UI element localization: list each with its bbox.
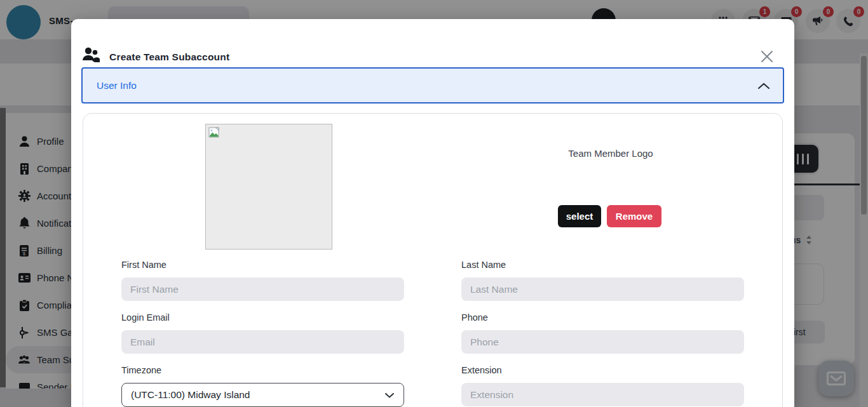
last-name-input[interactable] — [461, 277, 744, 301]
extension-input[interactable] — [461, 383, 744, 406]
close-icon — [759, 49, 775, 64]
remove-logo-button[interactable]: Remove — [607, 205, 661, 227]
create-team-subaccount-modal: Create Team Subaccount User Info — [71, 19, 794, 407]
first-name-label: First Name — [121, 260, 166, 270]
login-email-input[interactable] — [121, 330, 404, 354]
app-screen: SMS- 1 0 — [0, 0, 868, 407]
timezone-label: Timezone — [121, 365, 161, 375]
timezone-value: (UTC-11:00) Midway Island — [131, 389, 250, 401]
login-email-label: Login Email — [121, 312, 170, 323]
first-name-input[interactable] — [121, 277, 404, 301]
logo-image-placeholder — [205, 124, 332, 250]
user-info-form: Team Member Logo select Remove First Nam… — [83, 113, 783, 407]
phone-input[interactable] — [461, 330, 744, 354]
broken-image-icon — [208, 127, 220, 138]
team-icon — [81, 47, 100, 63]
select-logo-button[interactable]: select — [558, 205, 601, 227]
chevron-down-icon — [384, 392, 395, 398]
timezone-select[interactable]: (UTC-11:00) Midway Island — [121, 383, 404, 407]
phone-label: Phone — [461, 312, 488, 323]
extension-label: Extension — [461, 365, 502, 375]
user-info-section-header[interactable]: User Info — [81, 67, 784, 103]
last-name-label: Last Name — [461, 260, 506, 270]
section-title: User Info — [97, 80, 137, 91]
modal-title: Create Team Subaccount — [109, 51, 229, 63]
team-member-logo-label: Team Member Logo — [528, 148, 693, 159]
close-button[interactable] — [759, 49, 775, 65]
chevron-up-icon — [757, 83, 770, 90]
